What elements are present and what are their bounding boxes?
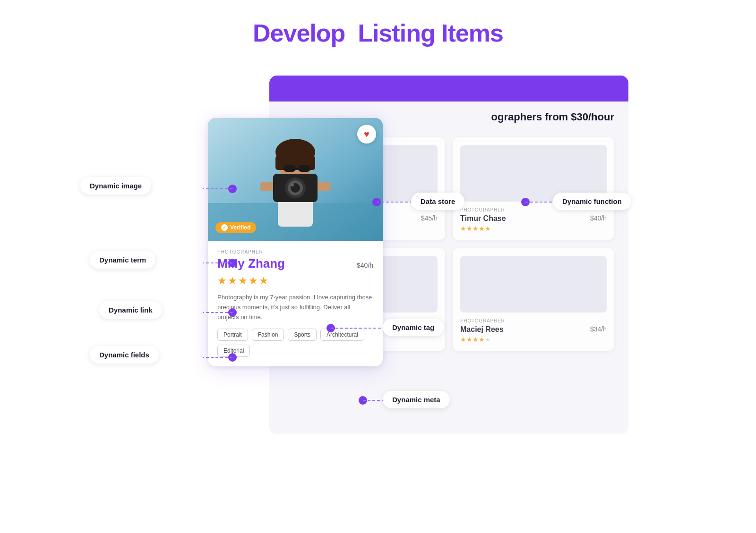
card-bio: Photography is my 7-year passion. I love… [217, 293, 373, 322]
bg-card-price-2: $40/h [590, 214, 607, 222]
main-card-image: ♥ ✓ Verified [208, 118, 383, 241]
star-1: ★ [217, 275, 227, 287]
header-bold: from $30/hour [545, 111, 614, 123]
annotation-term-label: Dynamic term [99, 256, 146, 264]
annotation-dynamic-term: Dynamic term [90, 251, 155, 269]
annotation-data-store-label: Data store [421, 197, 455, 205]
annotation-function-label: Dynamic function [562, 197, 622, 205]
annotation-meta-label: Dynamic meta [392, 396, 440, 404]
header-normal: ographers [491, 111, 542, 123]
heart-icon: ♥ [364, 129, 369, 140]
bg-card-name-4: Maciej Rees [460, 325, 504, 333]
annotation-dynamic-link: Dynamic link [99, 301, 162, 319]
bg-card-img-4 [460, 256, 607, 313]
card-stars: ★ ★ ★ ★ ★ [217, 275, 373, 287]
bg-card-stars-2: ★★★★★ [460, 225, 607, 232]
card-tags: Portrait Fashion Sports Architectural Ed… [217, 329, 373, 357]
tag-sports: Sports [288, 329, 317, 341]
annotation-dynamic-tag: Dynamic tag [383, 319, 444, 336]
bg-card-price-4: $34/h [590, 325, 607, 333]
tag-portrait: Portrait [217, 329, 248, 341]
svg-point-12 [291, 184, 294, 186]
card-price-value: $40 [357, 262, 368, 269]
verified-badge: ✓ Verified [215, 222, 256, 233]
listing-header-bar [269, 76, 628, 102]
card-role: PHOTOGRAPHER [217, 249, 373, 254]
annotation-dynamic-function: Dynamic function [553, 193, 631, 210]
tag-editorial: Editorial [217, 345, 250, 357]
star-5: ★ [259, 275, 268, 287]
main-scene: ographers from $30/hour PHOTOGRAPHER Ria… [71, 76, 685, 453]
annotation-image-label: Dynamic image [90, 182, 142, 190]
annotation-dynamic-fields: Dynamic fields [90, 346, 159, 364]
bg-card-stars-4: ★★★★★ [460, 336, 607, 343]
card-price: $40/h [357, 259, 373, 270]
card-name-row: Milly Zhang $40/h [217, 256, 373, 271]
main-card: ♥ ✓ Verified PHOTOGRAPHER Milly Zhang $4… [208, 118, 383, 366]
page-wrapper: Develop Listing Items ographers from $30… [0, 0, 756, 533]
bg-card-name-2: Timur Chase [460, 214, 506, 222]
card-name: Milly Zhang [217, 256, 285, 271]
svg-rect-14 [298, 165, 310, 172]
heart-button[interactable]: ♥ [357, 125, 376, 144]
tag-architectural: Architectural [320, 329, 364, 341]
title-black: Develop [253, 19, 345, 47]
verified-label: Verified [230, 224, 250, 231]
tag-fashion: Fashion [252, 329, 284, 341]
page-title: Develop Listing Items [253, 19, 503, 47]
star-2: ★ [228, 275, 237, 287]
star-4: ★ [249, 275, 258, 287]
bg-card-maciej: PHOTOGRAPHER Maciej Rees $34/h ★★★★★ [453, 248, 614, 351]
star-3: ★ [238, 275, 248, 287]
annotation-dynamic-image: Dynamic image [80, 177, 151, 195]
title-purple: Listing Items [358, 19, 503, 47]
bg-card-label-4: PHOTOGRAPHER [460, 318, 607, 323]
bg-card-timur: PHOTOGRAPHER Timur Chase $40/h ★★★★★ [453, 137, 614, 240]
annotation-tag-label: Dynamic tag [392, 323, 434, 331]
annotation-data-store: Data store [411, 193, 464, 210]
card-price-unit: /h [368, 262, 373, 269]
annotation-fields-label: Dynamic fields [99, 351, 149, 359]
annotation-dynamic-meta: Dynamic meta [383, 391, 450, 408]
main-card-body: PHOTOGRAPHER Milly Zhang $40/h ★ ★ ★ ★ ★… [208, 241, 383, 366]
annotation-link-label: Dynamic link [109, 306, 153, 314]
verified-check-icon: ✓ [221, 224, 228, 231]
bg-card-price-1: $45/h [421, 214, 438, 222]
svg-rect-13 [284, 165, 296, 172]
